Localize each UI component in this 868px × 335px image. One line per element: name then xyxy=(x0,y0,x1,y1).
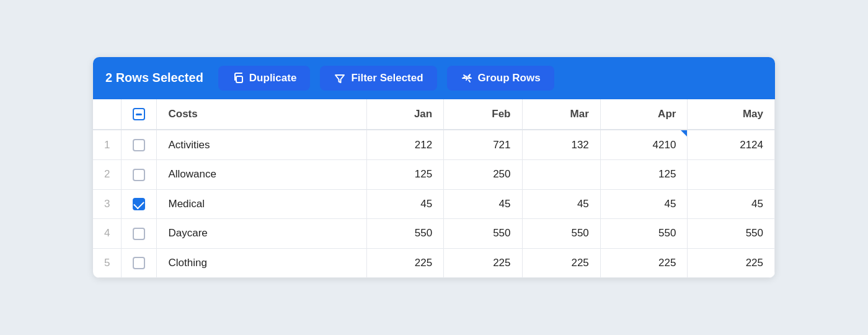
row-apr: 4210 xyxy=(600,130,688,159)
duplicate-button[interactable]: Duplicate xyxy=(218,66,311,91)
row-checkbox[interactable] xyxy=(122,219,157,249)
group-rows-label: Group Rows xyxy=(478,72,541,84)
row-feb: 225 xyxy=(444,248,522,278)
row-jan: 550 xyxy=(366,219,444,249)
row-jan: 45 xyxy=(366,189,444,219)
row-name: Daycare xyxy=(157,219,366,249)
header-mar: Mar xyxy=(522,99,600,130)
checkbox-checked[interactable] xyxy=(133,198,145,210)
row-checkbox[interactable] xyxy=(122,189,157,219)
filter-selected-button[interactable]: Filter Selected xyxy=(320,66,436,91)
checkbox-unchecked[interactable] xyxy=(133,139,145,151)
row-apr: 550 xyxy=(600,219,688,249)
duplicate-label: Duplicate xyxy=(249,72,297,84)
row-apr: 225 xyxy=(600,248,688,278)
row-num: 1 xyxy=(93,130,122,159)
selected-count-label: 2 Rows Selected xyxy=(105,71,203,85)
row-apr: 125 xyxy=(600,159,688,189)
group-rows-icon xyxy=(461,72,473,84)
header-row-num xyxy=(93,99,122,130)
row-may xyxy=(688,159,775,189)
row-name: Medical xyxy=(157,189,366,219)
checkbox-unchecked[interactable] xyxy=(133,228,145,240)
header-checkbox[interactable] xyxy=(122,99,157,130)
row-may: 2124 xyxy=(688,130,775,159)
table-row: 4Daycare550550550550550 xyxy=(93,219,775,249)
row-may: 225 xyxy=(688,248,775,278)
header-jan: Jan xyxy=(366,99,444,130)
header-costs: Costs xyxy=(157,99,366,130)
row-name: Activities xyxy=(157,130,366,159)
filter-icon xyxy=(334,72,346,84)
checkbox-unchecked[interactable] xyxy=(133,169,145,181)
toolbar: 2 Rows Selected Duplicate Filter Selecte… xyxy=(93,57,775,99)
row-num: 2 xyxy=(93,159,122,189)
table-container: 2 Rows Selected Duplicate Filter Selecte… xyxy=(93,57,775,278)
row-num: 5 xyxy=(93,248,122,278)
row-num: 4 xyxy=(93,219,122,249)
row-mar: 45 xyxy=(522,189,600,219)
row-mar: 550 xyxy=(522,219,600,249)
row-mar: 225 xyxy=(522,248,600,278)
row-feb: 550 xyxy=(444,219,522,249)
row-jan: 125 xyxy=(366,159,444,189)
row-checkbox[interactable] xyxy=(122,130,157,159)
checkbox-unchecked[interactable] xyxy=(133,257,145,269)
row-mar: 132 xyxy=(522,130,600,159)
row-checkbox[interactable] xyxy=(122,248,157,278)
header-may: May xyxy=(688,99,775,130)
row-checkbox[interactable] xyxy=(122,159,157,189)
row-apr: 45 xyxy=(600,189,688,219)
row-name: Clothing xyxy=(157,248,366,278)
row-feb: 250 xyxy=(444,159,522,189)
header-feb: Feb xyxy=(444,99,522,130)
row-num: 3 xyxy=(93,189,122,219)
table-row: 3Medical4545454545 xyxy=(93,189,775,219)
row-feb: 45 xyxy=(444,189,522,219)
table-row: 1Activities21272113242102124 xyxy=(93,130,775,159)
header-apr: Apr xyxy=(600,99,688,130)
row-may: 550 xyxy=(688,219,775,249)
row-name: Allowance xyxy=(157,159,366,189)
table-row: 2Allowance125250125 xyxy=(93,159,775,189)
filter-selected-label: Filter Selected xyxy=(351,72,423,84)
row-jan: 225 xyxy=(366,248,444,278)
row-jan: 212 xyxy=(366,130,444,159)
table-row: 5Clothing225225225225225 xyxy=(93,248,775,278)
svg-rect-0 xyxy=(236,76,242,83)
duplicate-icon xyxy=(232,72,244,84)
table-header-row: Costs Jan Feb Mar Apr May xyxy=(93,99,775,130)
data-table: Costs Jan Feb Mar Apr May 1Activities212… xyxy=(93,99,775,278)
row-feb: 721 xyxy=(444,130,522,159)
group-rows-button[interactable]: Group Rows xyxy=(447,66,554,91)
row-mar xyxy=(522,159,600,189)
row-may: 45 xyxy=(688,189,775,219)
header-checkbox-indeterminate[interactable] xyxy=(133,108,145,120)
